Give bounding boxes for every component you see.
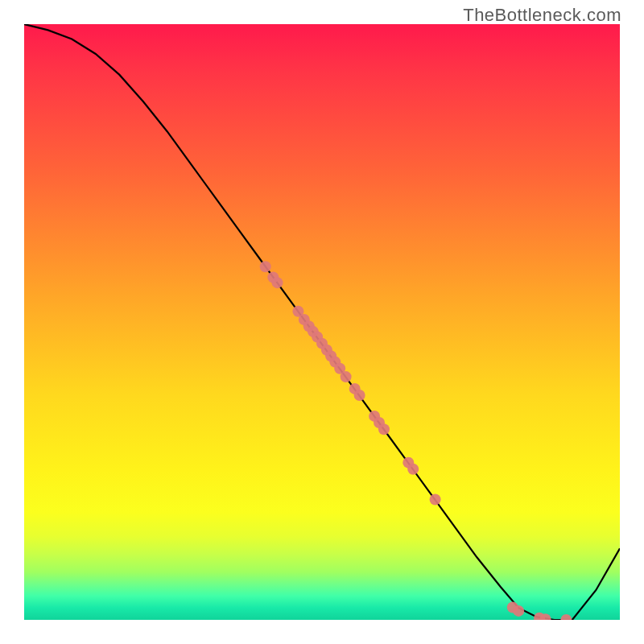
data-point bbox=[560, 614, 572, 620]
data-point bbox=[354, 390, 365, 401]
scatter-points bbox=[260, 261, 572, 620]
data-point bbox=[341, 371, 352, 382]
data-point bbox=[407, 464, 419, 475]
chart-svg bbox=[24, 24, 620, 620]
data-point bbox=[378, 423, 390, 435]
data-point bbox=[430, 494, 441, 506]
plot-area bbox=[24, 24, 620, 620]
bottleneck-curve bbox=[24, 24, 620, 620]
data-point bbox=[260, 261, 271, 272]
data-point bbox=[513, 605, 524, 617]
data-point bbox=[272, 277, 283, 288]
watermark-text: TheBottleneck.com bbox=[463, 5, 621, 26]
chart-container: TheBottleneck.com bbox=[0, 0, 644, 644]
